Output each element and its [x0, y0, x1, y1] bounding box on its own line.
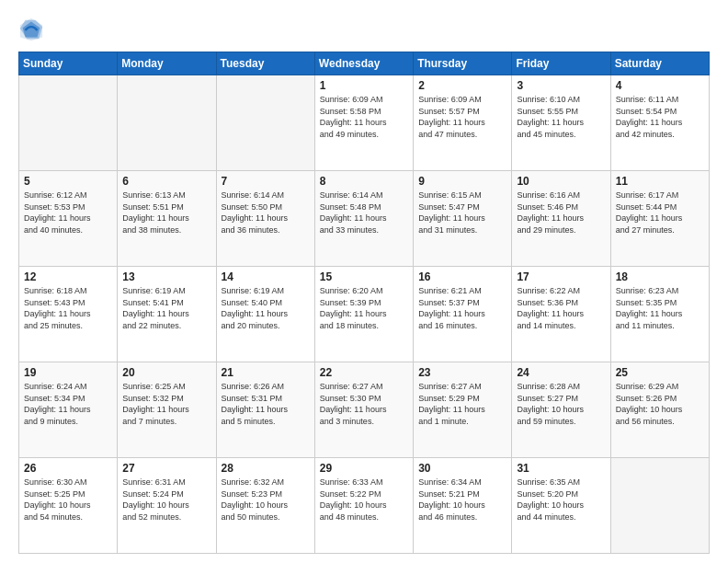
- calendar-cell: 26Sunrise: 6:30 AM Sunset: 5:25 PM Dayli…: [19, 458, 118, 554]
- day-number: 18: [616, 270, 704, 283]
- day-number: 17: [517, 270, 605, 283]
- day-number: 12: [24, 270, 112, 283]
- day-info: Sunrise: 6:19 AM Sunset: 5:40 PM Dayligh…: [222, 285, 310, 331]
- day-number: 31: [517, 462, 605, 475]
- logo: [18, 17, 48, 42]
- calendar-cell: 23Sunrise: 6:27 AM Sunset: 5:29 PM Dayli…: [414, 362, 512, 458]
- calendar-cell: 10Sunrise: 6:16 AM Sunset: 5:46 PM Dayli…: [512, 171, 610, 267]
- week-row-2: 5Sunrise: 6:12 AM Sunset: 5:53 PM Daylig…: [19, 171, 710, 267]
- day-info: Sunrise: 6:13 AM Sunset: 5:51 PM Dayligh…: [122, 190, 210, 236]
- calendar-cell: [19, 75, 118, 171]
- day-number: 24: [517, 366, 605, 379]
- calendar-cell: 7Sunrise: 6:14 AM Sunset: 5:50 PM Daylig…: [216, 171, 314, 267]
- day-info: Sunrise: 6:23 AM Sunset: 5:35 PM Dayligh…: [616, 285, 704, 331]
- day-number: 9: [418, 175, 506, 188]
- logo-icon: [18, 17, 44, 42]
- day-number: 23: [418, 366, 506, 379]
- day-number: 6: [122, 175, 210, 188]
- day-number: 1: [320, 79, 408, 92]
- calendar-cell: 19Sunrise: 6:24 AM Sunset: 5:34 PM Dayli…: [19, 362, 118, 458]
- calendar-cell: 18Sunrise: 6:23 AM Sunset: 5:35 PM Dayli…: [610, 267, 709, 362]
- calendar-cell: 12Sunrise: 6:18 AM Sunset: 5:43 PM Dayli…: [19, 267, 118, 362]
- day-info: Sunrise: 6:09 AM Sunset: 5:58 PM Dayligh…: [320, 94, 408, 140]
- calendar-cell: 21Sunrise: 6:26 AM Sunset: 5:31 PM Dayli…: [216, 362, 314, 458]
- day-info: Sunrise: 6:17 AM Sunset: 5:44 PM Dayligh…: [616, 190, 704, 236]
- day-number: 4: [616, 79, 704, 92]
- calendar-cell: 13Sunrise: 6:19 AM Sunset: 5:41 PM Dayli…: [118, 267, 216, 362]
- day-number: 21: [222, 366, 310, 379]
- calendar-cell: 29Sunrise: 6:33 AM Sunset: 5:22 PM Dayli…: [314, 458, 413, 554]
- day-info: Sunrise: 6:27 AM Sunset: 5:30 PM Dayligh…: [320, 381, 408, 427]
- calendar-cell: 1Sunrise: 6:09 AM Sunset: 5:58 PM Daylig…: [314, 75, 413, 171]
- day-info: Sunrise: 6:33 AM Sunset: 5:22 PM Dayligh…: [320, 477, 408, 523]
- calendar-cell: 30Sunrise: 6:34 AM Sunset: 5:21 PM Dayli…: [414, 458, 512, 554]
- calendar-cell: 28Sunrise: 6:32 AM Sunset: 5:23 PM Dayli…: [216, 458, 314, 554]
- calendar-cell: [610, 458, 709, 554]
- day-number: 19: [24, 366, 112, 379]
- weekday-header-saturday: Saturday: [610, 52, 709, 75]
- calendar-table: SundayMondayTuesdayWednesdayThursdayFrid…: [18, 52, 710, 554]
- day-number: 11: [616, 175, 704, 188]
- day-number: 10: [517, 175, 605, 188]
- day-number: 7: [222, 175, 310, 188]
- day-number: 28: [222, 462, 310, 475]
- weekday-header-wednesday: Wednesday: [314, 52, 413, 75]
- week-row-5: 26Sunrise: 6:30 AM Sunset: 5:25 PM Dayli…: [19, 458, 710, 554]
- calendar-cell: 27Sunrise: 6:31 AM Sunset: 5:24 PM Dayli…: [118, 458, 216, 554]
- calendar-cell: 24Sunrise: 6:28 AM Sunset: 5:27 PM Dayli…: [512, 362, 610, 458]
- calendar-page: SundayMondayTuesdayWednesdayThursdayFrid…: [0, 0, 728, 563]
- calendar-cell: 8Sunrise: 6:14 AM Sunset: 5:48 PM Daylig…: [314, 171, 413, 267]
- day-number: 25: [616, 366, 704, 379]
- week-row-3: 12Sunrise: 6:18 AM Sunset: 5:43 PM Dayli…: [19, 267, 710, 362]
- day-info: Sunrise: 6:20 AM Sunset: 5:39 PM Dayligh…: [320, 285, 408, 331]
- day-number: 5: [24, 175, 112, 188]
- calendar-cell: 2Sunrise: 6:09 AM Sunset: 5:57 PM Daylig…: [414, 75, 512, 171]
- day-number: 2: [418, 79, 506, 92]
- day-number: 3: [517, 79, 605, 92]
- day-info: Sunrise: 6:27 AM Sunset: 5:29 PM Dayligh…: [418, 381, 506, 427]
- day-info: Sunrise: 6:14 AM Sunset: 5:50 PM Dayligh…: [222, 190, 310, 236]
- day-info: Sunrise: 6:18 AM Sunset: 5:43 PM Dayligh…: [24, 285, 112, 331]
- day-info: Sunrise: 6:12 AM Sunset: 5:53 PM Dayligh…: [24, 190, 112, 236]
- week-row-1: 1Sunrise: 6:09 AM Sunset: 5:58 PM Daylig…: [19, 75, 710, 171]
- day-info: Sunrise: 6:19 AM Sunset: 5:41 PM Dayligh…: [122, 285, 210, 331]
- header: [18, 17, 710, 42]
- calendar-cell: 11Sunrise: 6:17 AM Sunset: 5:44 PM Dayli…: [610, 171, 709, 267]
- day-info: Sunrise: 6:11 AM Sunset: 5:54 PM Dayligh…: [616, 94, 704, 140]
- weekday-header-monday: Monday: [118, 52, 216, 75]
- day-info: Sunrise: 6:30 AM Sunset: 5:25 PM Dayligh…: [24, 477, 112, 523]
- weekday-header-tuesday: Tuesday: [216, 52, 314, 75]
- calendar-cell: 5Sunrise: 6:12 AM Sunset: 5:53 PM Daylig…: [19, 171, 118, 267]
- calendar-cell: 9Sunrise: 6:15 AM Sunset: 5:47 PM Daylig…: [414, 171, 512, 267]
- calendar-cell: 16Sunrise: 6:21 AM Sunset: 5:37 PM Dayli…: [414, 267, 512, 362]
- day-number: 30: [418, 462, 506, 475]
- day-info: Sunrise: 6:32 AM Sunset: 5:23 PM Dayligh…: [222, 477, 310, 523]
- calendar-cell: 17Sunrise: 6:22 AM Sunset: 5:36 PM Dayli…: [512, 267, 610, 362]
- day-number: 29: [320, 462, 408, 475]
- day-number: 27: [122, 462, 210, 475]
- day-info: Sunrise: 6:31 AM Sunset: 5:24 PM Dayligh…: [122, 477, 210, 523]
- day-info: Sunrise: 6:21 AM Sunset: 5:37 PM Dayligh…: [418, 285, 506, 331]
- day-info: Sunrise: 6:24 AM Sunset: 5:34 PM Dayligh…: [24, 381, 112, 427]
- day-number: 26: [24, 462, 112, 475]
- day-number: 8: [320, 175, 408, 188]
- day-info: Sunrise: 6:22 AM Sunset: 5:36 PM Dayligh…: [517, 285, 605, 331]
- day-info: Sunrise: 6:14 AM Sunset: 5:48 PM Dayligh…: [320, 190, 408, 236]
- day-info: Sunrise: 6:09 AM Sunset: 5:57 PM Dayligh…: [418, 94, 506, 140]
- day-number: 20: [122, 366, 210, 379]
- day-info: Sunrise: 6:35 AM Sunset: 5:20 PM Dayligh…: [517, 477, 605, 523]
- calendar-cell: 3Sunrise: 6:10 AM Sunset: 5:55 PM Daylig…: [512, 75, 610, 171]
- calendar-cell: 20Sunrise: 6:25 AM Sunset: 5:32 PM Dayli…: [118, 362, 216, 458]
- day-number: 14: [222, 270, 310, 283]
- calendar-cell: 22Sunrise: 6:27 AM Sunset: 5:30 PM Dayli…: [314, 362, 413, 458]
- day-number: 15: [320, 270, 408, 283]
- weekday-header-thursday: Thursday: [414, 52, 512, 75]
- day-info: Sunrise: 6:15 AM Sunset: 5:47 PM Dayligh…: [418, 190, 506, 236]
- day-number: 22: [320, 366, 408, 379]
- day-info: Sunrise: 6:34 AM Sunset: 5:21 PM Dayligh…: [418, 477, 506, 523]
- calendar-cell: [118, 75, 216, 171]
- calendar-cell: 31Sunrise: 6:35 AM Sunset: 5:20 PM Dayli…: [512, 458, 610, 554]
- calendar-cell: 6Sunrise: 6:13 AM Sunset: 5:51 PM Daylig…: [118, 171, 216, 267]
- calendar-cell: [216, 75, 314, 171]
- calendar-cell: 25Sunrise: 6:29 AM Sunset: 5:26 PM Dayli…: [610, 362, 709, 458]
